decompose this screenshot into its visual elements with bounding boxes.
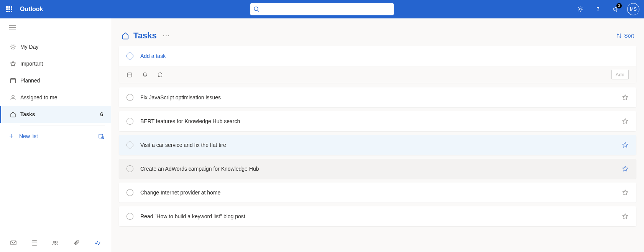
svg-rect-16 xyxy=(11,79,16,83)
complete-checkbox[interactable] xyxy=(127,189,133,196)
task-title: Create an AdWords campaign for Knowledge… xyxy=(140,166,622,172)
task-title: BERT features for Knowledge Hub search xyxy=(140,118,622,124)
star-icon xyxy=(622,118,629,125)
app-launcher-button[interactable] xyxy=(0,0,18,18)
svg-point-3 xyxy=(598,10,598,11)
nav-divider xyxy=(20,125,105,125)
task-title: Read "How to build a keyword list" blog … xyxy=(140,213,622,219)
star-button[interactable] xyxy=(622,213,629,220)
whats-new-button[interactable]: 3 xyxy=(607,0,624,18)
complete-checkbox[interactable] xyxy=(127,213,133,220)
app-switcher xyxy=(0,234,111,252)
nav-important[interactable]: Important xyxy=(0,55,111,72)
files-app-icon[interactable] xyxy=(69,239,84,246)
account-avatar[interactable]: MS xyxy=(627,3,639,15)
hamburger-button[interactable] xyxy=(9,25,16,30)
complete-checkbox[interactable] xyxy=(127,165,133,172)
app-header: Outlook 3 MS xyxy=(0,0,644,18)
sidebar: My Day Important Planned Assigned to me xyxy=(0,18,111,252)
settings-button[interactable] xyxy=(572,0,589,18)
new-group-icon[interactable] xyxy=(98,133,105,140)
nav-label: Assigned to me xyxy=(20,94,58,100)
sort-button[interactable]: Sort xyxy=(616,33,634,39)
sort-icon xyxy=(616,33,622,38)
due-date-button[interactable] xyxy=(127,72,133,78)
nav-label: Tasks xyxy=(20,111,35,117)
search-icon xyxy=(250,6,263,12)
search-input[interactable] xyxy=(263,3,394,15)
nav-label: Planned xyxy=(20,77,40,84)
mail-app-icon[interactable] xyxy=(6,239,21,246)
svg-line-12 xyxy=(11,45,12,46)
new-list-button[interactable]: + New list xyxy=(0,128,111,145)
star-icon xyxy=(622,189,629,196)
svg-point-20 xyxy=(12,95,14,97)
svg-point-28 xyxy=(53,241,55,243)
nav-assigned[interactable]: Assigned to me xyxy=(0,89,111,106)
star-button[interactable] xyxy=(622,118,629,125)
star-icon xyxy=(622,213,629,220)
list-title: Tasks xyxy=(133,31,157,41)
nav-my-day[interactable]: My Day xyxy=(0,38,111,55)
task-row[interactable]: Read "How to build a keyword list" blog … xyxy=(119,206,636,226)
home-icon xyxy=(10,111,20,118)
svg-point-29 xyxy=(56,241,58,243)
task-row[interactable]: Change Internet provider at home xyxy=(119,183,636,203)
task-title: Fix JavaScript optimisation issues xyxy=(140,94,622,100)
waffle-icon xyxy=(6,6,12,12)
nav-planned[interactable]: Planned xyxy=(0,72,111,89)
svg-point-0 xyxy=(254,7,258,11)
todo-app-icon[interactable] xyxy=(90,239,105,246)
add-task-placeholder: Add a task xyxy=(140,53,166,59)
hamburger-icon xyxy=(9,25,16,30)
repeat-button[interactable] xyxy=(157,72,163,78)
svg-point-7 xyxy=(12,46,14,48)
task-title: Visit a car service and fix the flat tir… xyxy=(140,142,622,148)
svg-rect-30 xyxy=(127,73,132,77)
task-row[interactable]: BERT features for Knowledge Hub search xyxy=(119,111,636,131)
sun-icon xyxy=(10,43,20,50)
add-task-toolbar: Add xyxy=(119,66,636,83)
gear-icon xyxy=(577,6,584,13)
star-button[interactable] xyxy=(622,189,629,196)
svg-rect-26 xyxy=(32,241,37,245)
people-app-icon[interactable] xyxy=(48,239,63,246)
nav-count: 6 xyxy=(100,111,105,117)
complete-checkbox[interactable] xyxy=(127,142,133,148)
complete-checkbox[interactable] xyxy=(127,118,133,125)
header-actions: 3 MS xyxy=(572,0,644,18)
new-list-label: New list xyxy=(19,133,38,139)
task-title: Change Internet provider at home xyxy=(140,189,622,196)
person-icon xyxy=(10,94,20,101)
star-icon xyxy=(10,60,20,67)
plus-icon: + xyxy=(9,132,19,140)
main-content: Tasks ··· Sort Add a task xyxy=(111,18,644,252)
svg-line-15 xyxy=(11,48,12,49)
star-button[interactable] xyxy=(622,142,629,148)
task-row[interactable]: Create an AdWords campaign for Knowledge… xyxy=(119,159,636,179)
star-icon xyxy=(622,142,629,148)
star-button[interactable] xyxy=(622,165,629,172)
list-home-icon xyxy=(121,31,130,40)
add-task-row[interactable]: Add a task xyxy=(119,46,636,66)
help-button[interactable] xyxy=(590,0,606,18)
task-row[interactable]: Visit a car service and fix the flat tir… xyxy=(119,135,636,155)
svg-rect-25 xyxy=(11,241,16,245)
task-row[interactable]: Fix JavaScript optimisation issues xyxy=(119,87,636,107)
help-icon xyxy=(595,6,601,13)
complete-checkbox[interactable] xyxy=(127,94,133,101)
star-button[interactable] xyxy=(622,94,629,101)
nav-label: My Day xyxy=(20,44,38,50)
list-header: Tasks ··· Sort xyxy=(119,18,636,46)
calendar-app-icon[interactable] xyxy=(27,239,42,246)
list-options-button[interactable]: ··· xyxy=(163,32,170,39)
search-box[interactable] xyxy=(250,3,394,15)
star-icon xyxy=(622,94,629,101)
notification-badge: 3 xyxy=(616,3,622,8)
app-title: Outlook xyxy=(20,6,43,13)
reminder-button[interactable] xyxy=(142,72,148,78)
svg-line-1 xyxy=(258,10,259,12)
svg-point-2 xyxy=(580,8,582,10)
add-button[interactable]: Add xyxy=(611,70,629,79)
nav-tasks[interactable]: Tasks 6 xyxy=(0,106,111,123)
